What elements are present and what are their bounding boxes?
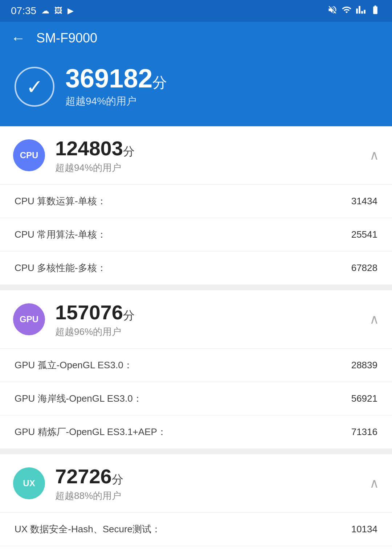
gpu-subitem-1-value: 28839 bbox=[351, 360, 377, 371]
toolbar: ← SM-F9000 bbox=[0, 22, 392, 54]
ux-subitem-2: UX 数据处理-XML、JSON处理： 21123 bbox=[0, 546, 392, 549]
score-percentile: 超越94%的用户 bbox=[65, 94, 167, 108]
gpu-chevron-icon[interactable]: ∧ bbox=[369, 312, 379, 327]
video-icon: ▶ bbox=[68, 6, 74, 16]
gpu-score: 157076 bbox=[55, 301, 123, 324]
ux-unit: 分 bbox=[112, 473, 123, 486]
gpu-subitem-2-label: GPU 海岸线-OpenGL ES3.0： bbox=[15, 392, 142, 405]
gpu-subitem-3-value: 71316 bbox=[351, 426, 377, 438]
ux-score-wrap: 72726分 超越88%的用户 bbox=[55, 464, 359, 502]
content-area: CPU 124803分 超越94%的用户 ∧ CPU 算数运算-单核： 3143… bbox=[0, 126, 392, 549]
gallery-icon: 🖼 bbox=[54, 6, 62, 16]
cpu-badge: CPU bbox=[13, 139, 45, 171]
cpu-subitem-2-label: CPU 常用算法-单核： bbox=[15, 228, 106, 241]
weather-icon: ☁ bbox=[41, 6, 49, 16]
cpu-block: CPU 124803分 超越94%的用户 ∧ CPU 算数运算-单核： 3143… bbox=[0, 126, 392, 284]
check-icon: ✓ bbox=[26, 75, 43, 99]
hero-section: ✓ 369182分 超越94%的用户 bbox=[0, 54, 392, 126]
ux-block: UX 72726分 超越88%的用户 ∧ UX 数据安全-Hash、Secure… bbox=[0, 454, 392, 549]
cpu-subitem-3-label: CPU 多核性能-多核： bbox=[15, 262, 106, 274]
gpu-percentile: 超越96%的用户 bbox=[55, 325, 359, 338]
gpu-subitem-1-label: GPU 孤立-OpenGL ES3.0： bbox=[15, 359, 133, 372]
status-bar: 07:35 ☁ 🖼 ▶ bbox=[0, 0, 392, 22]
gpu-unit: 分 bbox=[123, 309, 135, 322]
cpu-subitem-1-value: 31434 bbox=[351, 196, 377, 207]
gpu-subitem-3-label: GPU 精炼厂-OpenGL ES3.1+AEP： bbox=[15, 426, 167, 438]
cpu-score-wrap: 124803分 超越94%的用户 bbox=[55, 136, 359, 174]
cpu-percentile: 超越94%的用户 bbox=[55, 161, 359, 174]
cpu-subitem-2-value: 25541 bbox=[351, 229, 377, 240]
check-circle: ✓ bbox=[15, 67, 54, 107]
cpu-subitem-3-value: 67828 bbox=[351, 262, 377, 274]
ux-subitem-1: UX 数据安全-Hash、Secure测试： 10134 bbox=[0, 513, 392, 546]
toolbar-title: SM-F9000 bbox=[36, 30, 97, 46]
battery-icon bbox=[369, 5, 381, 17]
score-info: 369182分 超越94%的用户 bbox=[65, 65, 167, 108]
cpu-subitem-1-label: CPU 算数运算-单核： bbox=[15, 195, 106, 208]
ux-subitem-1-label: UX 数据安全-Hash、Secure测试： bbox=[15, 523, 161, 536]
ux-header: UX 72726分 超越88%的用户 ∧ bbox=[0, 454, 392, 513]
wifi-icon bbox=[341, 5, 352, 17]
ux-score: 72726 bbox=[55, 465, 112, 488]
cpu-chevron-icon[interactable]: ∧ bbox=[369, 148, 379, 163]
ux-badge: UX bbox=[13, 467, 45, 499]
status-time: 07:35 bbox=[11, 5, 36, 17]
cpu-subitem-2: CPU 常用算法-单核： 25541 bbox=[0, 218, 392, 251]
total-score: 369182分 bbox=[65, 65, 167, 91]
cpu-header: CPU 124803分 超越94%的用户 ∧ bbox=[0, 126, 392, 185]
cpu-badge-label: CPU bbox=[20, 150, 38, 160]
gpu-subitem-2: GPU 海岸线-OpenGL ES3.0： 56921 bbox=[0, 382, 392, 415]
status-left: 07:35 ☁ 🖼 ▶ bbox=[11, 5, 74, 17]
ux-score-line: 72726分 bbox=[55, 464, 359, 488]
gpu-subitem-2-value: 56921 bbox=[351, 393, 377, 404]
mute-icon bbox=[327, 5, 338, 17]
gpu-subitem-1: GPU 孤立-OpenGL ES3.0： 28839 bbox=[0, 349, 392, 382]
status-right-icons bbox=[327, 5, 381, 17]
cpu-subitem-3: CPU 多核性能-多核： 67828 bbox=[0, 251, 392, 284]
gpu-header: GPU 157076分 超越96%的用户 ∧ bbox=[0, 290, 392, 349]
ux-subitem-1-value: 10134 bbox=[351, 524, 377, 535]
back-button[interactable]: ← bbox=[11, 30, 25, 46]
ux-percentile: 超越88%的用户 bbox=[55, 489, 359, 502]
gpu-block: GPU 157076分 超越96%的用户 ∧ GPU 孤立-OpenGL ES3… bbox=[0, 290, 392, 448]
signal-icon bbox=[356, 5, 366, 17]
gpu-badge: GPU bbox=[13, 303, 45, 335]
gpu-score-line: 157076分 bbox=[55, 300, 359, 324]
ux-badge-label: UX bbox=[23, 478, 35, 488]
cpu-subitem-1: CPU 算数运算-单核： 31434 bbox=[0, 185, 392, 218]
cpu-unit: 分 bbox=[123, 145, 135, 158]
ux-chevron-icon[interactable]: ∧ bbox=[369, 476, 379, 491]
cpu-score-line: 124803分 bbox=[55, 136, 359, 160]
gpu-score-wrap: 157076分 超越96%的用户 bbox=[55, 300, 359, 338]
cpu-score: 124803 bbox=[55, 137, 123, 160]
gpu-badge-label: GPU bbox=[20, 314, 38, 324]
gpu-subitem-3: GPU 精炼厂-OpenGL ES3.1+AEP： 71316 bbox=[0, 415, 392, 448]
